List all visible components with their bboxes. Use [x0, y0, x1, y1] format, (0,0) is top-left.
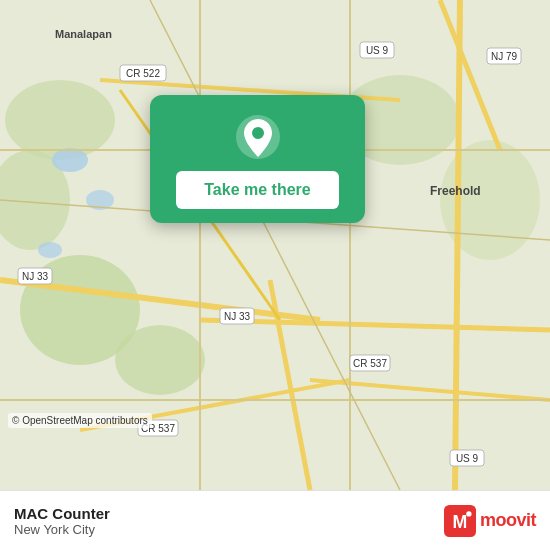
- svg-text:US 9: US 9: [456, 453, 479, 464]
- location-name: MAC Counter: [14, 505, 110, 522]
- svg-text:M: M: [453, 512, 468, 532]
- osm-credit: © OpenStreetMap contributors: [8, 413, 152, 428]
- moovit-label: moovit: [480, 510, 536, 531]
- svg-text:NJ 79: NJ 79: [491, 51, 518, 62]
- location-city: New York City: [14, 522, 110, 537]
- svg-point-4: [115, 325, 205, 395]
- moovit-logo: M moovit: [444, 505, 536, 537]
- svg-text:US 9: US 9: [366, 45, 389, 56]
- svg-text:Freehold: Freehold: [430, 184, 481, 198]
- svg-point-9: [38, 242, 62, 258]
- map-container: Manalapan Freehold CR 522 US 9 NJ 79 NJ …: [0, 0, 550, 490]
- svg-text:Manalapan: Manalapan: [55, 28, 112, 40]
- location-info: MAC Counter New York City: [14, 505, 110, 537]
- svg-point-47: [466, 511, 471, 516]
- popup-card: Take me there: [150, 95, 365, 223]
- moovit-brand-icon: M: [444, 505, 476, 537]
- svg-text:NJ 33: NJ 33: [224, 311, 251, 322]
- svg-text:CR 537: CR 537: [353, 358, 387, 369]
- svg-text:CR 522: CR 522: [126, 68, 160, 79]
- svg-text:NJ 33: NJ 33: [22, 271, 49, 282]
- svg-point-1: [5, 80, 115, 160]
- take-me-there-button[interactable]: Take me there: [176, 171, 338, 209]
- svg-point-7: [52, 148, 88, 172]
- svg-point-44: [252, 127, 264, 139]
- bottom-bar: MAC Counter New York City M moovit: [0, 490, 550, 550]
- location-pin-icon: [234, 113, 282, 161]
